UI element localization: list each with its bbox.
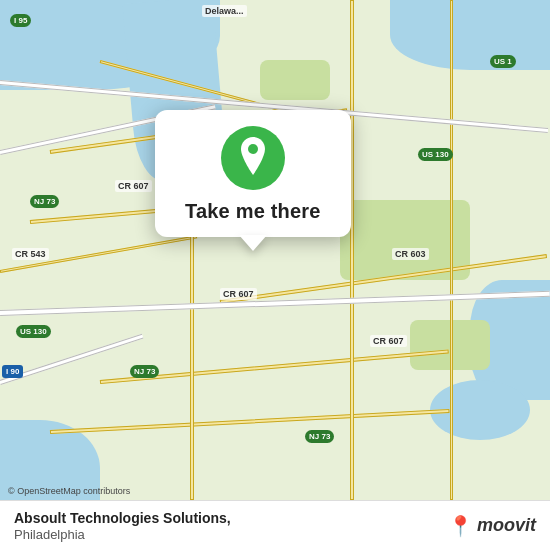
location-info: Absoult Technologies Solutions, Philadel… — [14, 510, 231, 542]
map-attribution: © OpenStreetMap contributors — [8, 486, 130, 496]
road — [450, 0, 453, 500]
highway-shield-us130: US 130 — [418, 148, 453, 161]
road-label-cr543: CR 543 — [12, 248, 49, 260]
location-subtitle: Philadelphia — [14, 527, 231, 542]
popup-button[interactable]: Take me there — [185, 200, 321, 223]
road-label-cr603: CR 603 — [392, 248, 429, 260]
highway-shield-nj73-2: NJ 73 — [130, 365, 159, 378]
bottom-bar: Absoult Technologies Solutions, Philadel… — [0, 500, 550, 550]
road — [350, 0, 354, 500]
park-area — [260, 60, 330, 100]
moovit-brand-text: moovit — [477, 515, 536, 536]
road-label-delaware: Delawa... — [202, 5, 247, 17]
road-label-cr607-3: CR 607 — [370, 335, 407, 347]
popup-bubble: Take me there — [155, 110, 351, 237]
popup-icon-circle — [221, 126, 285, 190]
road-label-cr607: CR 607 — [115, 180, 152, 192]
highway-shield-nj73-3: NJ 73 — [305, 430, 334, 443]
location-pin-icon — [237, 137, 269, 179]
highway-shield-i90: I 90 — [2, 365, 23, 378]
moovit-pin-icon: 📍 — [448, 514, 473, 538]
svg-point-0 — [248, 144, 258, 154]
highway-shield-i95: I 95 — [10, 14, 31, 27]
highway-shield-us130-2: US 130 — [16, 325, 51, 338]
highway-shield-nj73: NJ 73 — [30, 195, 59, 208]
water-body — [390, 0, 550, 70]
map-container: I 95 US 1 NJ 73 NJ 73 NJ 73 US 130 US 13… — [0, 0, 550, 500]
location-popup: Take me there — [155, 110, 351, 237]
location-title: Absoult Technologies Solutions, — [14, 510, 231, 526]
road-label-cr607-2: CR 607 — [220, 288, 257, 300]
moovit-logo: 📍 moovit — [448, 514, 536, 538]
highway-shield-us1: US 1 — [490, 55, 516, 68]
